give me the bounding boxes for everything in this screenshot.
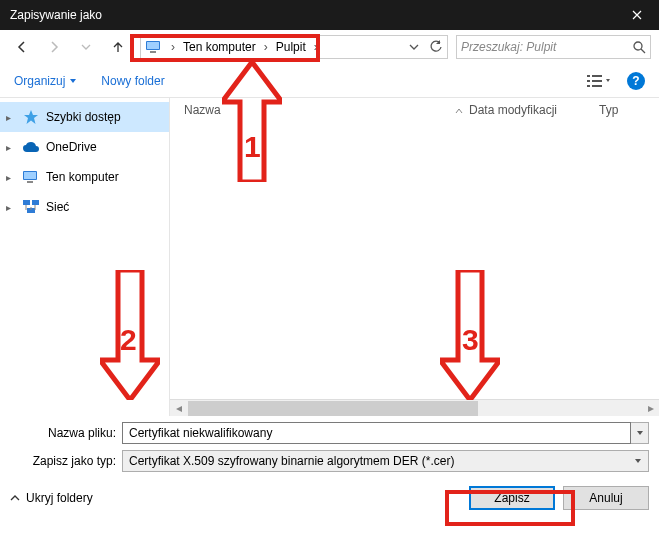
cancel-button[interactable]: Anuluj — [563, 486, 649, 510]
svg-rect-1 — [147, 42, 159, 49]
svg-rect-5 — [592, 75, 602, 77]
tree-label: OneDrive — [46, 140, 97, 154]
chevron-down-icon — [81, 42, 91, 52]
arrow-right-icon — [46, 39, 62, 55]
chevron-right-icon: ▸ — [6, 142, 16, 153]
save-button[interactable]: Zapisz — [469, 486, 555, 510]
filename-row: Nazwa pliku: — [10, 422, 649, 444]
scroll-left-icon[interactable]: ◂ — [170, 401, 187, 415]
star-icon — [22, 108, 40, 126]
chevron-right-icon: ▸ — [6, 112, 16, 123]
cloud-icon — [22, 138, 40, 156]
body: ▸ Szybki dostęp ▸ OneDrive ▸ Ten kompute… — [0, 98, 659, 416]
toolbar: Organizuj Nowy folder ? — [0, 64, 659, 98]
refresh-icon — [429, 40, 443, 54]
up-button[interactable] — [104, 35, 132, 59]
refresh-button[interactable] — [425, 36, 447, 58]
arrow-up-icon — [110, 39, 126, 55]
help-icon: ? — [632, 74, 639, 88]
chevron-down-icon — [636, 429, 644, 437]
scroll-right-icon[interactable]: ▸ — [642, 401, 659, 415]
tree-item-onedrive[interactable]: ▸ OneDrive — [0, 132, 169, 162]
chevron-down-icon — [409, 42, 419, 52]
svg-rect-12 — [27, 181, 33, 183]
chevron-right-icon: › — [310, 40, 322, 54]
chevron-up-icon — [10, 493, 20, 503]
tree-item-this-pc[interactable]: ▸ Ten komputer — [0, 162, 169, 192]
chevron-down-icon — [69, 77, 77, 85]
close-icon — [632, 10, 642, 20]
search-icon — [633, 41, 646, 54]
close-button[interactable] — [614, 0, 659, 30]
new-folder-button[interactable]: Nowy folder — [101, 74, 164, 88]
col-date[interactable]: Data modyfikacji — [469, 103, 599, 117]
filename-label: Nazwa pliku: — [10, 426, 122, 440]
back-button[interactable] — [8, 35, 36, 59]
arrow-left-icon — [14, 39, 30, 55]
chevron-right-icon: ▸ — [6, 172, 16, 183]
svg-rect-9 — [592, 85, 602, 87]
svg-rect-6 — [587, 80, 590, 82]
button-row: Ukryj foldery Zapisz Anuluj — [10, 486, 649, 510]
chevron-up-icon — [455, 108, 463, 114]
view-mode-button[interactable] — [587, 74, 611, 88]
breadcrumb-root[interactable]: Ten komputer — [179, 36, 260, 58]
monitor-icon — [145, 39, 163, 55]
network-icon — [22, 198, 40, 216]
breadcrumb-folder[interactable]: Pulpit — [272, 36, 310, 58]
tree-item-network[interactable]: ▸ Sieć — [0, 192, 169, 222]
svg-rect-11 — [24, 172, 36, 179]
tree-label: Szybki dostęp — [46, 110, 121, 124]
address-dropdown[interactable] — [403, 36, 425, 58]
file-pane: Nazwa Data modyfikacji Typ ◂ ▸ — [170, 98, 659, 416]
svg-rect-4 — [587, 75, 590, 77]
svg-point-3 — [634, 42, 642, 50]
nav-row: › Ten komputer › Pulpit › Przeszukaj: Pu… — [0, 30, 659, 64]
filename-input[interactable] — [122, 422, 631, 444]
forward-button[interactable] — [40, 35, 68, 59]
chevron-right-icon: ▸ — [6, 202, 16, 213]
breadcrumb[interactable]: › Ten komputer › Pulpit › — [140, 35, 448, 59]
svg-rect-7 — [592, 80, 602, 82]
filetype-label: Zapisz jako typ: — [10, 454, 122, 468]
nav-tree: ▸ Szybki dostęp ▸ OneDrive ▸ Ten kompute… — [0, 98, 170, 416]
svg-rect-14 — [32, 200, 39, 205]
tree-label: Ten komputer — [46, 170, 119, 184]
chevron-down-icon — [634, 457, 642, 465]
monitor-icon — [22, 168, 40, 186]
filetype-row: Zapisz jako typ: Certyfikat X.509 szyfro… — [10, 450, 649, 472]
filetype-combo[interactable]: Certyfikat X.509 szyfrowany binarnie alg… — [122, 450, 649, 472]
tree-item-quick-access[interactable]: ▸ Szybki dostęp — [0, 102, 169, 132]
filetype-value: Certyfikat X.509 szyfrowany binarnie alg… — [129, 454, 454, 468]
list-view-icon — [587, 74, 611, 88]
svg-rect-13 — [23, 200, 30, 205]
help-button[interactable]: ? — [627, 72, 645, 90]
chevron-right-icon: › — [260, 40, 272, 54]
horizontal-scrollbar[interactable]: ◂ ▸ — [170, 399, 659, 416]
chevron-right-icon: › — [167, 40, 179, 54]
titlebar: Zapisywanie jako — [0, 0, 659, 30]
file-list[interactable] — [170, 122, 659, 399]
tree-label: Sieć — [46, 200, 69, 214]
search-placeholder: Przeszukaj: Pulpit — [461, 40, 556, 54]
scrollbar-thumb[interactable] — [188, 401, 478, 416]
window-title: Zapisywanie jako — [10, 8, 102, 22]
svg-rect-8 — [587, 85, 590, 87]
recent-dropdown[interactable] — [72, 35, 100, 59]
filename-dropdown[interactable] — [631, 422, 649, 444]
col-type[interactable]: Typ — [599, 103, 659, 117]
column-headers: Nazwa Data modyfikacji Typ — [170, 98, 659, 122]
col-name[interactable]: Nazwa — [184, 103, 449, 117]
bottom-panel: Nazwa pliku: Zapisz jako typ: Certyfikat… — [0, 416, 659, 520]
svg-rect-2 — [150, 51, 156, 53]
sort-indicator — [449, 103, 469, 117]
organize-menu[interactable]: Organizuj — [14, 74, 77, 88]
hide-folders-toggle[interactable]: Ukryj foldery — [10, 491, 93, 505]
search-input[interactable]: Przeszukaj: Pulpit — [456, 35, 651, 59]
